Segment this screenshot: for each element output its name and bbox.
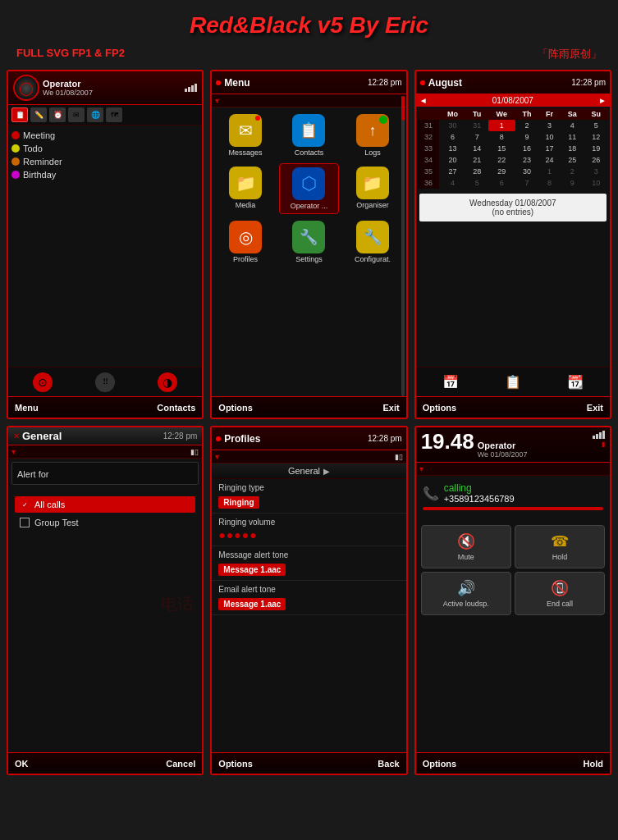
cal-red-dot	[420, 80, 425, 85]
day-18[interactable]: 18	[561, 143, 584, 154]
day-10[interactable]: 10	[538, 131, 561, 143]
cal-info-entries: (no entries)	[424, 208, 602, 217]
profile-row-email-tone[interactable]: Email alert tone Message 1.aac	[212, 581, 405, 615]
day-30b[interactable]: 30	[515, 166, 539, 177]
day-4b[interactable]: 4	[439, 177, 465, 189]
menu-softkey-left[interactable]: Options	[218, 403, 253, 413]
checkbox-group-test-box[interactable]	[20, 518, 30, 527]
day-9b[interactable]: 9	[561, 177, 584, 189]
menu-item-organiser[interactable]: 📁 Organiser	[342, 163, 402, 214]
s1-header: ◯ Operator We 01/08/2007	[8, 71, 202, 105]
cal-icon1[interactable]: 📅	[442, 374, 459, 390]
day-1b[interactable]: 1	[538, 166, 561, 177]
map-icon[interactable]: 🗺	[106, 107, 122, 122]
day-28[interactable]: 28	[466, 166, 488, 177]
mail-icon[interactable]: ✉	[68, 107, 85, 122]
cal-prev[interactable]: ◄	[419, 96, 428, 105]
call-softkey-left[interactable]: Options	[423, 759, 457, 769]
menu-red-dot	[216, 80, 221, 85]
profiles-title: Profiles	[224, 433, 260, 445]
day-14[interactable]: 14	[466, 143, 488, 154]
profile-row-ringing-type[interactable]: Ringing type Ringing	[212, 479, 405, 514]
gen-softkey-right[interactable]: Cancel	[166, 759, 195, 769]
menu-item-settings[interactable]: 🔧 Settings	[279, 217, 339, 267]
day-2b[interactable]: 2	[561, 166, 584, 177]
day-8[interactable]: 8	[488, 131, 515, 143]
day-12[interactable]: 12	[584, 131, 608, 143]
clock-icon[interactable]: ⏰	[49, 107, 66, 122]
day-29[interactable]: 29	[488, 166, 515, 177]
day-4[interactable]: 4	[561, 120, 584, 131]
menu-item-contacts[interactable]: 📋 Contacts	[279, 111, 339, 160]
day-6b[interactable]: 6	[488, 177, 515, 189]
notes-icon[interactable]: 📋	[11, 107, 28, 122]
day-10b[interactable]: 10	[584, 177, 608, 189]
mute-button[interactable]: 🔇 Mute	[421, 525, 511, 568]
day-20[interactable]: 20	[439, 154, 465, 166]
day-26[interactable]: 26	[584, 154, 608, 166]
day-19[interactable]: 19	[584, 143, 608, 154]
day-11[interactable]: 11	[561, 131, 584, 143]
day-27[interactable]: 27	[439, 166, 465, 177]
menu-item-profiles[interactable]: ◎ Profiles	[215, 217, 275, 267]
call-softkey-right[interactable]: Hold	[584, 759, 603, 769]
day-13[interactable]: 13	[439, 143, 465, 154]
cal-next[interactable]: ►	[598, 96, 607, 105]
day-16[interactable]: 16	[515, 143, 539, 154]
day-2[interactable]: 2	[515, 120, 539, 131]
menu-item-messages[interactable]: ✉ Messages	[215, 111, 275, 160]
checkbox-all-calls[interactable]: ✓ All calls	[15, 496, 195, 513]
day-3b[interactable]: 3	[584, 166, 608, 177]
softkey-right-label[interactable]: Contacts	[157, 403, 195, 413]
day-5[interactable]: 5	[584, 120, 608, 131]
profiles-tab[interactable]: General ▶	[212, 463, 405, 479]
gen-time: 12:28 pm	[163, 431, 198, 441]
loudspeaker-button[interactable]: 🔊 Active loudsp.	[421, 572, 511, 615]
cal-softkey-left[interactable]: Options	[423, 403, 457, 413]
gen-softkey-left[interactable]: OK	[15, 759, 29, 769]
pencil-icon[interactable]: ✏️	[30, 107, 47, 122]
end-call-button[interactable]: 📵 End call	[515, 572, 605, 615]
hold-button[interactable]: ☎ Hold	[515, 525, 605, 568]
menu-item-operator[interactable]: ⬡ Operator ...	[279, 163, 339, 214]
checkbox-group-test[interactable]: Group Test	[15, 514, 195, 531]
menu-softkey-right[interactable]: Exit	[382, 403, 399, 413]
cal-softkey-right[interactable]: Exit	[587, 403, 603, 413]
day-17[interactable]: 17	[538, 143, 561, 154]
softkey-icon-mid[interactable]: ⠿	[95, 372, 115, 392]
day-8b[interactable]: 8	[538, 177, 561, 189]
softkey-left-label[interactable]: Menu	[15, 403, 39, 413]
day-1[interactable]: 1	[488, 120, 515, 131]
day-21[interactable]: 21	[466, 154, 488, 166]
cal-icon3[interactable]: 📆	[567, 374, 584, 390]
profiles-softkey-left[interactable]: Options	[218, 759, 253, 769]
softkey-icon-left[interactable]: ⊙	[33, 372, 53, 392]
menu-item-config[interactable]: 🔧 Configurat.	[342, 217, 402, 267]
day-5b[interactable]: 5	[466, 177, 488, 189]
close-icon[interactable]: ✕	[13, 431, 20, 441]
day-7[interactable]: 7	[466, 131, 488, 143]
day-6[interactable]: 6	[439, 131, 465, 143]
profiles-softkey-right[interactable]: Back	[378, 759, 399, 769]
globe-icon[interactable]: 🌐	[87, 107, 103, 122]
day-23[interactable]: 23	[515, 154, 539, 166]
day-3[interactable]: 3	[538, 120, 561, 131]
checkbox-all-calls-box[interactable]: ✓	[20, 500, 30, 509]
day-7b[interactable]: 7	[515, 177, 539, 189]
profile-row-message-tone[interactable]: Message alert tone Message 1.aac	[212, 546, 405, 581]
day-30[interactable]: 30	[439, 120, 465, 131]
cal-icon2[interactable]: 📋	[505, 374, 521, 390]
day-25[interactable]: 25	[561, 154, 584, 166]
menu-item-media[interactable]: 📁 Media	[215, 163, 275, 214]
day-31[interactable]: 31	[466, 120, 488, 131]
day-22[interactable]: 22	[488, 154, 515, 166]
item-meeting: Meeting	[23, 130, 55, 140]
softkey-icon-right[interactable]: ◑	[158, 372, 177, 392]
mute-label: Mute	[458, 553, 474, 561]
menu-item-logs[interactable]: ↑ Logs	[342, 111, 402, 160]
profile-row-ringing-volume[interactable]: Ringing volume ●●●●●	[212, 514, 405, 546]
day-15[interactable]: 15	[488, 143, 515, 154]
dot-birthday	[11, 171, 20, 179]
day-9[interactable]: 9	[515, 131, 539, 143]
day-24[interactable]: 24	[538, 154, 561, 166]
